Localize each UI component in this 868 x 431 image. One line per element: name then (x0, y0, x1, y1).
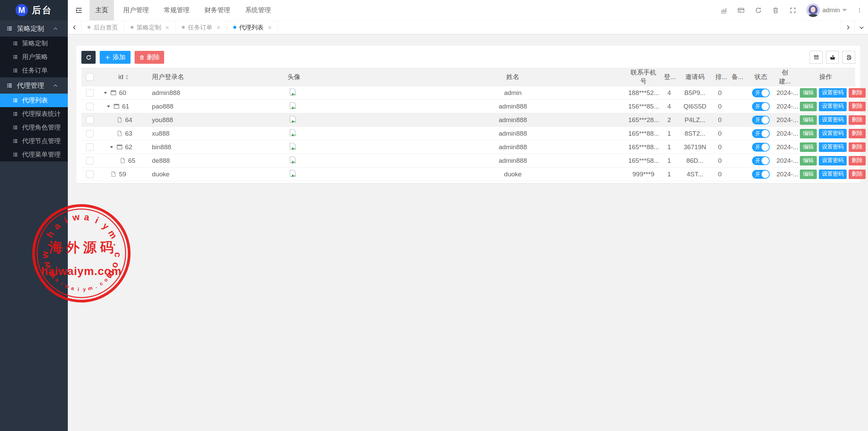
sidebar-item[interactable]: 用户策略 (0, 50, 68, 64)
sort-icon[interactable] (125, 74, 129, 80)
fullscreen-icon[interactable] (789, 6, 797, 14)
sidebar-item[interactable]: 代理列表 (0, 94, 68, 107)
table-row[interactable]: 65 de888 admin888 165***58... 1 86D... 0… (81, 154, 855, 168)
tabs-menu-button[interactable] (854, 21, 868, 34)
filter-columns-button[interactable] (810, 51, 823, 64)
sidebar-item[interactable]: 代理报表统计 (0, 107, 68, 121)
status-toggle[interactable]: 开 (752, 156, 770, 165)
row-edit-button[interactable]: 编辑 (800, 170, 817, 179)
row-pwd-button[interactable]: 设置密码 (819, 129, 847, 138)
table-row[interactable]: 64 you888 admin888 165***28... 2 P4LZ...… (81, 113, 855, 127)
row-pwd-button[interactable]: 设置密码 (819, 102, 847, 111)
row-edit-button[interactable]: 编辑 (800, 156, 817, 165)
tabs-scroll-right-button[interactable] (841, 21, 854, 34)
row-edit-button[interactable]: 编辑 (800, 142, 817, 152)
tree-collapse-icon[interactable] (109, 145, 114, 150)
sidebar-item[interactable]: 代理菜单管理 (0, 148, 68, 161)
collapse-sidebar-button[interactable] (68, 0, 90, 20)
status-toggle[interactable]: 开 (752, 143, 770, 152)
column-header-remark[interactable]: 备... (727, 68, 748, 86)
table-row[interactable]: 62 bin888 admin888 165***88... 1 36719N … (81, 140, 855, 154)
topnav-item[interactable]: 主页 (90, 0, 114, 20)
sidebar-section[interactable]: 代理管理 (0, 77, 68, 94)
row-checkbox[interactable] (86, 171, 94, 178)
column-header-phone[interactable]: 联系手机号 (626, 68, 661, 86)
row-checkbox[interactable] (86, 103, 94, 110)
topnav-item[interactable]: 用户管理 (117, 0, 155, 20)
user-menu[interactable]: admin (806, 3, 847, 17)
column-header-logins[interactable]: 登... (661, 68, 677, 86)
tab[interactable]: 任务订单 × (176, 21, 227, 34)
row-edit-button[interactable]: 编辑 (800, 129, 817, 138)
tab-close-icon[interactable]: × (216, 24, 220, 31)
cell-logins: 1 (667, 171, 671, 178)
row-del-button[interactable]: 删除 (849, 156, 866, 165)
row-edit-button[interactable]: 编辑 (800, 115, 817, 125)
sidebar-item[interactable]: 代理角色管理 (0, 121, 68, 134)
row-del-button[interactable]: 删除 (849, 102, 866, 111)
status-toggle[interactable]: 开 (752, 102, 770, 111)
column-header-sort[interactable]: 排... (713, 68, 727, 86)
bar-chart-icon[interactable] (720, 6, 728, 14)
row-del-button[interactable]: 删除 (849, 115, 866, 125)
add-button[interactable]: 添加 (100, 51, 131, 64)
delete-button[interactable]: 删除 (135, 51, 164, 64)
column-header-login[interactable]: 用户登录名 (149, 68, 285, 86)
column-header-actions[interactable]: 操作 (796, 68, 855, 86)
tab-close-icon[interactable]: × (165, 24, 169, 31)
table-row[interactable]: 63 xu888 admin888 165***88... 1 8ST2... … (81, 127, 855, 140)
refresh-button[interactable] (81, 51, 96, 64)
trash-icon[interactable] (772, 6, 780, 14)
row-del-button[interactable]: 删除 (849, 142, 866, 152)
column-header-checkbox[interactable] (81, 68, 98, 86)
sidebar-item[interactable]: 策略定制 (0, 37, 68, 50)
row-pwd-button[interactable]: 设置密码 (819, 156, 847, 165)
row-pwd-button[interactable]: 设置密码 (819, 115, 847, 125)
tree-collapse-icon[interactable] (103, 91, 108, 95)
table-row[interactable]: 60 admin888 admin 188***52... 4 B5P9... … (81, 86, 855, 100)
column-header-name[interactable]: 姓名 (400, 68, 626, 86)
row-del-button[interactable]: 删除 (849, 170, 866, 179)
topnav-item[interactable]: 财务管理 (199, 0, 236, 20)
row-checkbox[interactable] (86, 143, 94, 151)
tab[interactable]: 后台首页 (81, 21, 124, 34)
refresh-icon[interactable] (754, 6, 762, 14)
row-checkbox[interactable] (86, 89, 94, 97)
row-del-button[interactable]: 删除 (849, 129, 866, 138)
sidebar-item[interactable]: 代理节点管理 (0, 134, 68, 148)
sidebar-section[interactable]: 策略定制 (0, 20, 68, 37)
row-checkbox[interactable] (86, 116, 94, 124)
print-button[interactable] (842, 51, 855, 64)
row-edit-button[interactable]: 编辑 (800, 102, 817, 111)
tab[interactable]: 代理列表 × (227, 21, 278, 34)
export-button[interactable] (826, 51, 839, 64)
tab[interactable]: 策略定制 × (124, 21, 176, 34)
column-header-avatar[interactable]: 头像 (285, 68, 400, 86)
table-row[interactable]: 61 pao888 admin888 156***85... 4 QI6S5D … (81, 100, 855, 113)
card-icon[interactable] (737, 6, 745, 14)
row-del-button[interactable]: 删除 (849, 88, 866, 98)
row-checkbox[interactable] (86, 157, 94, 164)
row-pwd-button[interactable]: 设置密码 (819, 142, 847, 152)
row-edit-button[interactable]: 编辑 (800, 88, 817, 98)
tabs-scroll-left-button[interactable] (68, 21, 81, 34)
status-toggle[interactable]: 开 (752, 116, 770, 124)
column-header-created[interactable]: 创建... (774, 68, 796, 86)
column-header-id[interactable]: id (98, 68, 149, 86)
column-header-status[interactable]: 状态 (748, 68, 774, 86)
tab-close-icon[interactable]: × (268, 24, 272, 31)
select-all-checkbox[interactable] (86, 73, 94, 81)
status-toggle[interactable]: 开 (752, 170, 770, 179)
more-menu-icon[interactable] (856, 6, 863, 14)
row-pwd-button[interactable]: 设置密码 (819, 170, 847, 179)
table-row[interactable]: 59 duoke duoke 999***9 1 4ST... 0 开 2024… (81, 168, 855, 181)
sidebar-item[interactable]: 任务订单 (0, 64, 68, 77)
status-toggle[interactable]: 开 (752, 129, 770, 138)
topnav-item[interactable]: 常规管理 (158, 0, 195, 20)
tree-collapse-icon[interactable] (106, 104, 111, 109)
row-pwd-button[interactable]: 设置密码 (819, 88, 847, 98)
topnav-item[interactable]: 系统管理 (239, 0, 277, 20)
row-checkbox[interactable] (86, 130, 94, 137)
column-header-invite[interactable]: 邀请码 (677, 68, 713, 86)
status-toggle[interactable]: 开 (752, 89, 770, 97)
